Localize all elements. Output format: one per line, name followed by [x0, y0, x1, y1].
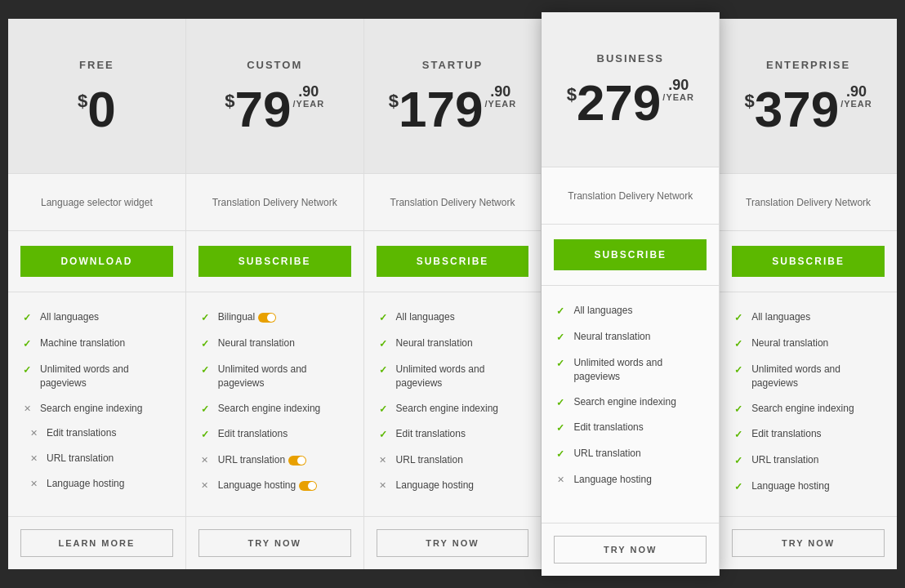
cross-icon: ✕	[198, 479, 212, 492]
feature-item: ✕ URL translation	[20, 446, 173, 471]
feature-item: ✓ Edit translations	[732, 421, 885, 448]
feature-text: URL translation	[573, 447, 707, 461]
feature-text: Language hosting	[218, 479, 351, 492]
feature-item: ✓ URL translation	[732, 448, 885, 474]
feature-text: All languages	[573, 304, 707, 318]
check-icon: ✓	[198, 337, 212, 351]
feature-item: ✓ Neural translation	[377, 331, 529, 357]
price-cents: .90	[485, 84, 517, 99]
check-icon: ✓	[732, 480, 745, 494]
price-amount: 0	[87, 84, 115, 135]
feature-item: ✓ Neural translation	[732, 331, 885, 357]
features-list: ✓ All languages ✓ Machine translation ✓ …	[8, 292, 185, 515]
plan-subtitle: Translation Delivery Network	[720, 174, 897, 231]
feature-item: ✕ URL translation	[198, 448, 351, 473]
cta-button[interactable]: SUBSCRIBE	[198, 246, 351, 277]
cross-icon: ✕	[554, 474, 567, 486]
feature-item: ✓ Search engine indexing	[732, 396, 885, 422]
feature-item: ✓ Search engine indexing	[198, 396, 351, 422]
feature-text: Unlimited words and pageviews	[573, 356, 707, 384]
check-icon: ✓	[732, 363, 745, 377]
cta-button[interactable]: SUBSCRIBE	[732, 246, 885, 277]
check-icon: ✓	[198, 311, 212, 325]
plan-action: SUBSCRIBE	[720, 231, 897, 292]
check-icon: ✓	[732, 428, 745, 442]
footer-button[interactable]: TRY NOW	[554, 536, 707, 564]
feature-item: ✓ All languages	[732, 305, 885, 331]
plan-custom: CUSTOM $ 79 .90 /YEAR Translation Delive…	[186, 19, 364, 568]
plan-startup: STARTUP $ 179 .90 /YEAR Translation Deli…	[364, 19, 542, 568]
feature-text: All languages	[396, 310, 529, 324]
plan-action: SUBSCRIBE	[364, 231, 542, 292]
plan-action: DOWNLOAD	[8, 231, 185, 292]
feature-text: URL translation	[396, 453, 529, 467]
feature-text: Machine translation	[40, 336, 173, 350]
cross-icon: ✕	[27, 427, 40, 439]
feature-text: URL translation	[47, 452, 173, 466]
feature-item: ✓ Unlimited words and pageviews	[732, 357, 885, 396]
price-amount: 179	[399, 84, 483, 135]
feature-item: ✓ Unlimited words and pageviews	[377, 357, 529, 396]
cta-button[interactable]: SUBSCRIBE	[554, 239, 707, 270]
feature-item: ✓ Search engine indexing	[554, 390, 707, 416]
plan-footer: TRY NOW	[542, 523, 719, 576]
feature-item: ✓ Neural translation	[198, 331, 351, 357]
check-icon: ✓	[20, 337, 33, 351]
feature-text: All languages	[40, 310, 173, 324]
check-icon: ✓	[377, 363, 390, 377]
price-symbol: $	[225, 91, 234, 112]
price-symbol: $	[389, 91, 399, 112]
plan-subtitle: Translation Delivery Network	[186, 174, 363, 231]
cta-button[interactable]: SUBSCRIBE	[377, 246, 529, 277]
check-icon: ✓	[377, 428, 390, 442]
feature-item: ✓ Edit translations	[554, 415, 707, 441]
plan-footer: LEARN MORE	[8, 516, 185, 569]
plan-footer: TRY NOW	[186, 516, 363, 569]
check-icon: ✓	[198, 428, 212, 442]
feature-text: Unlimited words and pageviews	[396, 363, 529, 390]
feature-text: All languages	[751, 310, 885, 324]
price-cents: .90	[840, 84, 872, 99]
feature-item: ✕ Language hosting	[377, 473, 529, 498]
feature-text: Language hosting	[396, 479, 529, 492]
plan-action: SUBSCRIBE	[186, 231, 363, 292]
feature-text: Edit translations	[218, 427, 351, 441]
cross-icon: ✕	[27, 478, 40, 490]
plan-header: CUSTOM $ 79 .90 /YEAR	[186, 19, 363, 174]
price-period: /YEAR	[485, 99, 517, 109]
feature-text: URL translation	[218, 453, 351, 467]
plan-name: STARTUP	[422, 59, 483, 71]
plan-subtitle: Translation Delivery Network	[364, 174, 542, 231]
feature-text: Search engine indexing	[396, 402, 529, 416]
feature-item: ✓ Machine translation	[20, 331, 173, 357]
check-icon: ✓	[198, 403, 212, 416]
price-cents: .90	[292, 84, 324, 99]
plan-footer: TRY NOW	[364, 516, 542, 569]
feature-item: ✓ Search engine indexing	[377, 396, 529, 422]
price-period: /YEAR	[292, 99, 324, 109]
plan-header: BUSINESS $ 279 .90 /YEAR	[542, 12, 719, 167]
footer-button[interactable]: LEARN MORE	[20, 529, 173, 557]
check-icon: ✓	[732, 311, 745, 325]
price-period: /YEAR	[840, 99, 872, 109]
check-icon: ✓	[554, 421, 567, 435]
plan-subtitle: Language selector widget	[8, 174, 185, 231]
cta-button[interactable]: DOWNLOAD	[20, 246, 173, 277]
footer-button[interactable]: TRY NOW	[377, 529, 529, 557]
feature-text: Search engine indexing	[218, 402, 351, 416]
price-amount: 79	[235, 84, 292, 135]
feature-text: Search engine indexing	[573, 395, 707, 409]
feature-item: ✕ Search engine indexing	[20, 396, 173, 421]
feature-item: ✓ Language hosting	[732, 474, 885, 500]
feature-text: Edit translations	[751, 427, 885, 441]
footer-button[interactable]: TRY NOW	[732, 529, 885, 557]
plan-enterprise: ENTERPRISE $ 379 .90 /YEAR Translation D…	[720, 19, 897, 568]
check-icon: ✓	[554, 305, 567, 318]
plan-footer: TRY NOW	[720, 516, 897, 569]
check-icon: ✓	[377, 403, 390, 416]
plan-subtitle: Translation Delivery Network	[542, 167, 719, 225]
footer-button[interactable]: TRY NOW	[198, 529, 351, 557]
feature-item: ✓ Bilingual	[198, 305, 351, 331]
feature-item: ✓ Edit translations	[198, 421, 351, 448]
feature-item: ✓ All languages	[554, 298, 707, 324]
